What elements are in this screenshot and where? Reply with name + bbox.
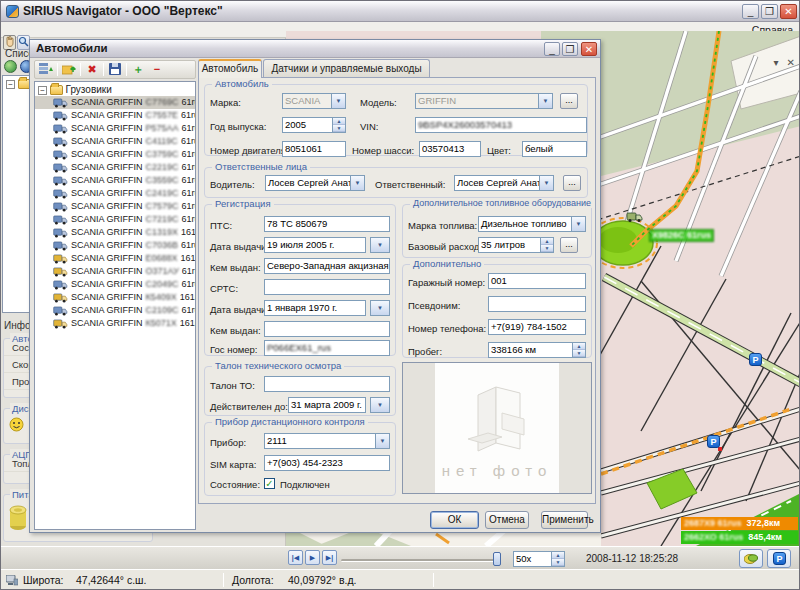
route-distance-label[interactable]: 2687Х9 61rus 372,8км <box>681 517 798 530</box>
dialog-close-button[interactable]: ✕ <box>581 42 597 56</box>
tree-item-vehicle[interactable]: SCANIA GRIFFIN Е0688Х 161rus <box>35 252 195 265</box>
tree-expander-icon[interactable]: − <box>6 80 15 89</box>
menu-item[interactable] <box>55 22 73 26</box>
srts-date-dropdown-button[interactable]: ▼ <box>370 300 390 316</box>
persons-browse-button[interactable]: ... <box>563 175 581 191</box>
route-distance-label[interactable]: 2662ХО 61rus 845,4км <box>681 531 798 544</box>
tree-item-vehicle[interactable]: SCANIA GRIFFIN О371АУ 61rus <box>35 265 195 278</box>
spinner-arrows-icon[interactable]: ▲▼ <box>572 343 585 357</box>
year-spinner[interactable]: 2005▲▼ <box>282 117 346 133</box>
tree-item-vehicle[interactable]: SCANIA GRIFFIN С7769С 61rus <box>35 96 195 109</box>
spinner-arrows-icon[interactable]: ▲▼ <box>540 238 553 252</box>
tree-item-vehicle[interactable]: SCANIA GRIFFIN С3559С 61rus <box>35 174 195 187</box>
menu-item[interactable] <box>19 22 37 26</box>
tree-item-vehicle[interactable]: SCANIA GRIFFIN С7036В 61rus <box>35 239 195 252</box>
srts-issuer-field[interactable] <box>264 321 390 337</box>
cancel-button[interactable]: Отмена <box>485 511 529 529</box>
responsible-combobox[interactable]: Лосев Сергей Анатоль▼ <box>454 175 554 191</box>
base-consumption-spinner[interactable]: 35 литров▲▼ <box>478 237 554 253</box>
slider-thumb[interactable] <box>493 552 501 566</box>
tree-item-vehicle[interactable]: SCANIA GRIFFIN С1319Х 161rus <box>35 226 195 239</box>
chevron-down-icon[interactable]: ▼ <box>539 176 553 190</box>
delete-button[interactable]: ✖ <box>84 63 100 77</box>
parking-toggle-button[interactable]: P <box>767 549 791 568</box>
alias-field[interactable] <box>488 296 586 312</box>
spinner-arrows-icon[interactable]: ▲▼ <box>332 118 345 132</box>
dialog-minimize-button[interactable]: _ <box>544 42 560 56</box>
phone-number-field[interactable]: +7(919) 784-1502 <box>488 319 586 335</box>
tree-item-vehicle[interactable]: SCANIA GRIFFIN С7219С 61rus <box>35 213 195 226</box>
chevron-down-icon[interactable]: ▼ <box>571 217 585 231</box>
mileage-spinner[interactable]: 338166 км▲▼ <box>488 342 586 358</box>
tree-item-vehicle[interactable]: SCANIA GRIFFIN С2049С 61rus <box>35 278 195 291</box>
dialog-maximize-button[interactable]: ❐ <box>562 42 578 56</box>
tree-item-vehicle[interactable]: SCANIA GRIFFIN С2219С 61rus <box>35 161 195 174</box>
skip-forward-button[interactable]: ▶| <box>322 550 337 565</box>
srts-issue-date-field[interactable]: 1 января 1970 г. <box>264 300 366 316</box>
tree-item-vehicle[interactable]: SCANIA GRIFFIN К5071Х 161rus <box>35 317 195 330</box>
tree-item-vehicle[interactable]: SCANIA GRIFFIN С2109С 61rus <box>35 304 195 317</box>
sim-card-field[interactable]: +7(903) 454-2323 <box>264 455 390 471</box>
skip-back-button[interactable]: |◀ <box>288 550 303 565</box>
driver-combobox[interactable]: Лосев Сергей Анатоль▼ <box>265 175 365 191</box>
tree-expander-icon[interactable]: − <box>38 86 47 95</box>
window-maximize-button[interactable]: ❐ <box>761 4 778 19</box>
menu-item[interactable] <box>37 22 55 26</box>
tree-item-vehicle[interactable]: SCANIA GRIFFIN С2419С 61rus <box>35 187 195 200</box>
fuel-browse-button[interactable]: ... <box>560 237 578 253</box>
tree-item-vehicle[interactable]: SCANIA GRIFFIN С3759С 61rus <box>35 148 195 161</box>
pts-issue-date-field[interactable]: 19 июля 2005 г. <box>264 237 366 253</box>
inspection-ticket-field[interactable] <box>264 376 390 392</box>
parking-icon[interactable]: P <box>749 353 762 366</box>
window-minimize-button[interactable]: _ <box>742 4 759 19</box>
timeline-slider[interactable] <box>341 559 499 562</box>
tree-root-row[interactable]: − Грузовики <box>35 82 195 96</box>
chassis-number-field[interactable]: 03570413 <box>419 141 481 157</box>
parking-icon[interactable]: P <box>707 435 720 448</box>
vin-field[interactable]: 9BSP4X26003570413 <box>415 117 587 133</box>
garage-number-field[interactable]: 001 <box>488 273 586 289</box>
engine-number-field[interactable]: 8051061 <box>282 141 346 157</box>
list-view-button[interactable] <box>38 63 54 77</box>
tree-item-vehicle[interactable]: SCANIA GRIFFIN К5409Х 161rus <box>35 291 195 304</box>
chevron-down-icon[interactable]: ▼ <box>350 176 364 190</box>
tree-item-vehicle[interactable]: SCANIA GRIFFIN С7579С 61rus <box>35 200 195 213</box>
globe-icon[interactable] <box>4 60 17 73</box>
model-combobox[interactable]: GRIFFIN▼ <box>415 93 553 109</box>
tab-vehicle[interactable]: Автомобиль <box>198 59 262 78</box>
chevron-down-icon[interactable]: ▼ <box>538 94 552 108</box>
srts-field[interactable] <box>264 279 390 295</box>
fuel-type-combobox[interactable]: Дизельное топливо▼ <box>478 216 586 232</box>
play-button[interactable]: ▶ <box>305 550 320 565</box>
close-icon[interactable]: ✕ <box>787 57 795 68</box>
pts-field[interactable]: 78 ТС 850679 <box>264 216 390 232</box>
vehicle-plate-label[interactable]: Х9826С 61rus <box>649 229 714 242</box>
valid-until-field[interactable]: 31 марта 2009 г. <box>288 397 366 413</box>
dialog-titlebar[interactable]: Автомобили _ ❐ ✕ <box>30 40 600 58</box>
apply-button[interactable]: Применить <box>541 511 588 529</box>
spinner-arrows-icon[interactable]: ▲▼ <box>551 552 564 566</box>
connected-checkbox[interactable]: ✓ <box>264 478 275 489</box>
report-button[interactable] <box>739 549 763 568</box>
tree-item-vehicle[interactable]: SCANIA GRIFFIN Р575АА 61rus <box>35 122 195 135</box>
tree-item-vehicle[interactable]: SCANIA GRIFFIN С4119С 61rus <box>35 135 195 148</box>
chevron-down-icon[interactable]: ▼ <box>331 94 345 108</box>
model-browse-button[interactable]: ... <box>560 93 578 109</box>
save-button[interactable] <box>107 63 123 77</box>
add-button[interactable]: ＋ <box>130 63 146 77</box>
chevron-down-icon[interactable]: ▾ <box>774 57 779 68</box>
plate-number-field[interactable]: Р066ЕХ61_rus <box>264 340 390 356</box>
brand-combobox[interactable]: SCANIA▼ <box>282 93 346 109</box>
pts-issuer-field[interactable]: Северо-Западная акцизная т <box>264 258 390 274</box>
playback-speed-spinner[interactable]: 50x▲▼ <box>513 551 565 567</box>
window-close-button[interactable]: ✕ <box>780 4 797 19</box>
color-field[interactable]: белый <box>522 141 587 157</box>
move-to-group-button[interactable] <box>61 63 77 77</box>
ok-button[interactable]: ОК <box>430 511 479 529</box>
valid-until-dropdown-button[interactable]: ▼ <box>370 397 390 413</box>
tree-item-vehicle[interactable]: SCANIA GRIFFIN С7557Е 61rus <box>35 109 195 122</box>
pts-date-dropdown-button[interactable]: ▼ <box>370 237 390 253</box>
device-combobox[interactable]: 2111▼ <box>264 433 390 449</box>
menu-item[interactable] <box>1 22 19 26</box>
vehicle-tree[interactable]: − Грузовики SCANIA GRIFFIN С7769С 61rus <box>34 81 196 530</box>
